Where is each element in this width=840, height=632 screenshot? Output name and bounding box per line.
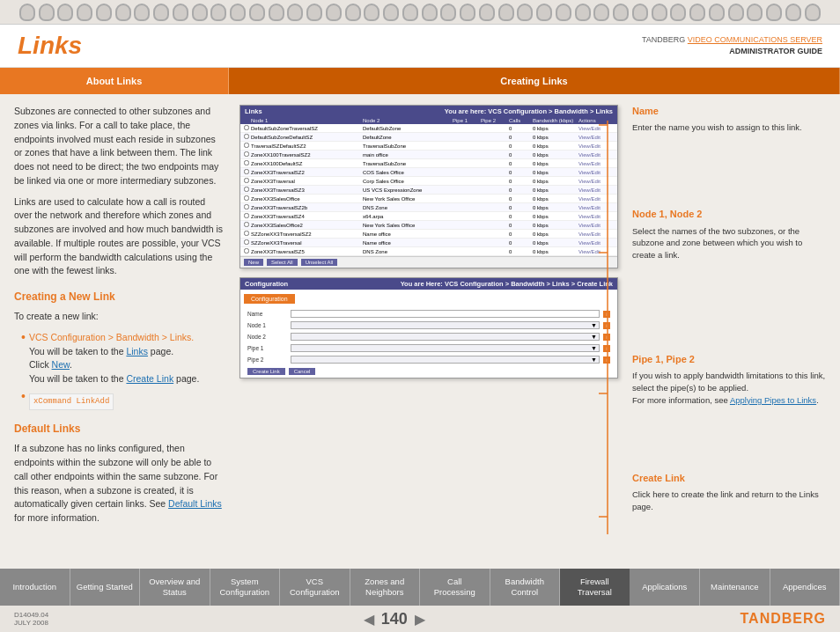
select-all-button[interactable]: Select All xyxy=(267,259,298,266)
cf-node1-select[interactable]: ▼ xyxy=(291,321,600,329)
spiral-ring xyxy=(728,4,744,21)
table-row: ZoneXX3SalesOfficeNew York Sales Office0… xyxy=(240,195,617,203)
section-tabs: About Links Creating Links xyxy=(0,68,840,94)
cf-node1-icon: i xyxy=(603,322,610,329)
annotation-node: Node 1, Node 2 Select the names of the t… xyxy=(632,208,826,261)
spiral-ring xyxy=(766,4,782,21)
cf-name-input[interactable] xyxy=(291,310,600,318)
ss-location: You are here: VCS Configuration > Bandwi… xyxy=(445,107,613,115)
tab-creating-links[interactable]: Creating Links xyxy=(229,68,840,94)
ss-column-headers: Node 1 Node 2 Pipe 1 Pipe 2 Calls Bandwi… xyxy=(240,117,617,124)
main-content: Subzones are connected to other subzones… xyxy=(0,94,840,543)
spiral-ring xyxy=(652,4,667,21)
footer-nav: ◀ 140 ▶ xyxy=(364,610,425,628)
unselect-all-button[interactable]: Unselect All xyxy=(301,259,337,266)
bullet1-note1: You will be taken to the Links page. xyxy=(29,346,173,356)
create-link-link[interactable]: Create Link xyxy=(126,373,173,384)
table-row: ZoneXX3TraversalSZ3US VCS ExpressionZone… xyxy=(240,186,617,195)
cf-node1-label: Node 1 xyxy=(247,322,287,328)
spacer2 xyxy=(632,274,826,353)
spiral-ring xyxy=(153,4,169,21)
tab-applications[interactable]: Applications xyxy=(630,569,701,606)
bullet-item-1: • VCS Configuration > Bandwidth > Links.… xyxy=(14,331,225,386)
annotation-node-title: Node 1, Node 2 xyxy=(632,208,826,221)
applying-pipes-link[interactable]: Applying Pipes to Links xyxy=(730,395,816,405)
spacer1 xyxy=(632,146,826,208)
xcommand-code: xCommand LinkAdd xyxy=(29,393,114,411)
new-link[interactable]: New xyxy=(52,359,70,370)
spiral-ring xyxy=(134,4,150,21)
brand-highlight: VIDEO COMMUNICATIONS SERVER xyxy=(688,35,822,44)
table-row: TraversalSZDefaultSZ2TraversalSubZone00 … xyxy=(240,142,617,151)
table-row: ZoneXX3TraversalSZ4x64.arpa00 kbpsView/E… xyxy=(240,212,617,221)
links-page-link[interactable]: Links xyxy=(126,346,148,356)
footer-brand: TANDBERG xyxy=(741,611,826,627)
section2-text: If a subzone has no links configured, th… xyxy=(14,442,225,525)
bullet-dot-2: • xyxy=(21,390,26,402)
spiral-ring xyxy=(536,4,552,21)
footer: D14049.04 JULY 2008 ◀ 140 ▶ TANDBERG xyxy=(0,606,840,632)
table-row: ZoneXX100DefaultSZTraversalSubZone00 kbp… xyxy=(240,159,617,168)
right-annotations: Name Enter the name you wish to assign t… xyxy=(632,105,826,533)
tab-overview-status[interactable]: Overview andStatus xyxy=(140,569,210,606)
cf-name-icon: i xyxy=(603,311,610,318)
tab-bandwidth-control[interactable]: BandwidthControl xyxy=(490,569,561,606)
spacer3 xyxy=(632,419,826,472)
prev-page-arrow[interactable]: ◀ xyxy=(364,611,374,628)
cf-node2-field: Node 2 ▼ i xyxy=(240,331,617,342)
next-page-arrow[interactable]: ▶ xyxy=(415,611,425,628)
annotation-pipe-text: If you wish to apply bandwidth limitatio… xyxy=(632,370,826,394)
tab-getting-started[interactable]: Getting Started xyxy=(70,569,141,606)
spiral-ring xyxy=(593,4,609,21)
spiral-ring xyxy=(440,4,456,21)
annotation-pipe-more: For more information, see Applying Pipes… xyxy=(632,394,826,407)
tab-firewall-traversal[interactable]: FirewallTraversal xyxy=(560,569,630,606)
tab-system-config[interactable]: SystemConfiguration xyxy=(210,569,281,606)
default-links-link[interactable]: Default Links xyxy=(168,498,222,509)
tab-zones-neighbors[interactable]: Zones andNeighbors xyxy=(350,569,421,606)
bullet1-note3: You will be taken to the Create Link pag… xyxy=(29,373,199,384)
spiral-ring xyxy=(192,4,208,21)
cf-create-btn[interactable]: Create Link xyxy=(247,368,285,375)
bullet1-note2: Click New. xyxy=(29,359,72,370)
cf-node2-select[interactable]: ▼ xyxy=(291,333,600,341)
spiral-ring xyxy=(210,4,226,21)
tab-appendices[interactable]: Appendices xyxy=(770,569,841,606)
doc-ref: D14049.04 xyxy=(14,611,48,619)
section1-intro: To create a new link: xyxy=(14,310,225,324)
spiral-ring xyxy=(326,4,342,21)
tab-introduction[interactable]: Introduction xyxy=(0,569,70,606)
left-column: Subzones are connected to other subzones… xyxy=(14,105,225,533)
cf-configuration-tab[interactable]: Configuration xyxy=(244,294,295,304)
table-row: ZoneXX3TraversalSZ2COS Sales Office00 kb… xyxy=(240,168,617,177)
vcs-config-link[interactable]: VCS Configuration > Bandwidth > Links. xyxy=(29,332,194,342)
table-row: ZoneXX3TraversalSZ2bDNS Zone00 kbpsView/… xyxy=(240,203,617,212)
tab-about-links[interactable]: About Links xyxy=(0,68,229,94)
page-number: 140 xyxy=(381,610,408,628)
spiral-ring xyxy=(364,4,379,21)
cf-pipe1-select[interactable]: ▼ xyxy=(291,344,600,352)
tab-vcs-config[interactable]: VCSConfiguration xyxy=(280,569,350,606)
spiral-ring xyxy=(709,4,725,21)
cf-node1-field: Node 1 ▼ i xyxy=(240,320,617,331)
tab-maintenance[interactable]: Maintenance xyxy=(700,569,770,606)
table-row: SZZoneXX3TraversalSZ2Name office00 kbpsV… xyxy=(240,230,617,239)
col-calls: Calls xyxy=(508,118,532,123)
page-title: Links xyxy=(18,32,82,60)
footer-doc-ref: D14049.04 JULY 2008 xyxy=(14,611,48,627)
cf-cancel-btn[interactable]: Cancel xyxy=(289,368,316,375)
annotation-create-title: Create Link xyxy=(632,472,826,485)
spiral-ring xyxy=(77,4,92,21)
spiral-ring xyxy=(57,4,73,21)
spiral-ring xyxy=(173,4,188,21)
new-button[interactable]: New xyxy=(244,259,263,266)
tab-call-processing[interactable]: CallProcessing xyxy=(420,569,490,606)
create-link-form-screenshot: Configuration You are Here: VCS Configur… xyxy=(239,277,618,378)
page: Links TANDBERG VIDEO COMMUNICATIONS SERV… xyxy=(0,0,840,632)
spiral-ring xyxy=(805,4,821,21)
spiral-ring xyxy=(383,4,399,21)
table-row: DefaultSubZoneDefaultSZDefaultZone00 kbp… xyxy=(240,133,617,142)
cf-pipe2-select[interactable]: ▼ xyxy=(291,356,600,364)
connector-vertical xyxy=(613,105,615,512)
spiral-ring xyxy=(785,4,801,21)
